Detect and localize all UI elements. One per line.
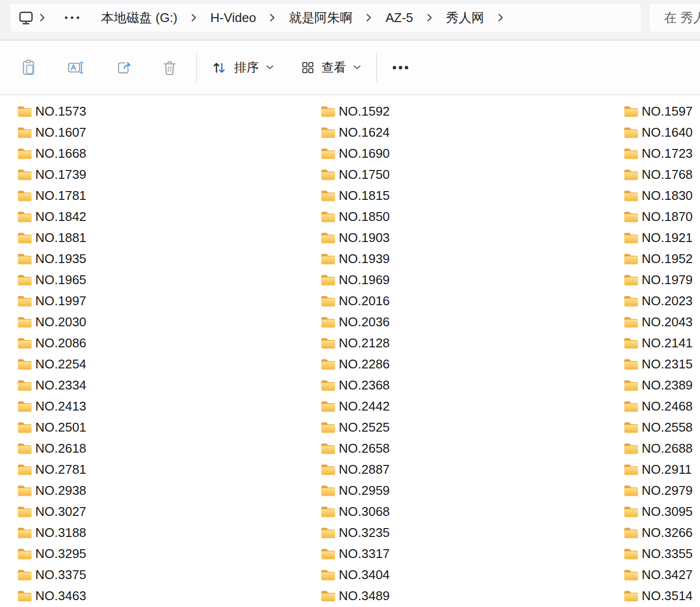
folder-item[interactable]: NO.1815 — [321, 187, 624, 205]
folder-item[interactable]: NO.1597 — [624, 102, 700, 121]
folder-item[interactable]: NO.2036 — [321, 313, 624, 332]
folder-item[interactable]: NO.2468 — [624, 397, 700, 416]
folder-item[interactable]: NO.2128 — [321, 334, 624, 353]
folder-item[interactable]: NO.3404 — [321, 566, 624, 584]
folder-item[interactable]: NO.2959 — [321, 482, 624, 500]
folder-item[interactable]: NO.3266 — [624, 524, 700, 542]
folder-item[interactable]: NO.3027 — [17, 503, 321, 521]
folder-item[interactable]: NO.2315 — [624, 355, 700, 374]
folder-item[interactable]: NO.3295 — [17, 545, 321, 563]
sort-button[interactable]: 排序 — [207, 52, 279, 83]
search-box[interactable] — [649, 3, 700, 32]
folder-item[interactable]: NO.1881 — [17, 229, 321, 247]
address-bar[interactable]: 本地磁盘 (G:) H-Video 就是阿朱啊 AZ-5 秀人网 — [10, 3, 642, 32]
folder-item[interactable]: NO.1850 — [321, 208, 624, 226]
breadcrumb-item[interactable]: 就是阿朱啊 — [281, 6, 360, 29]
folder-item[interactable]: NO.2938 — [17, 482, 321, 500]
folder-icon — [321, 316, 336, 328]
folder-icon — [624, 400, 639, 413]
folder-icon — [624, 548, 639, 560]
folder-item[interactable]: NO.3375 — [17, 566, 321, 584]
folder-item[interactable]: NO.2043 — [624, 313, 700, 332]
folder-icon — [17, 590, 32, 602]
folder-icon — [321, 548, 336, 560]
share-button[interactable] — [110, 53, 138, 82]
folder-item[interactable]: NO.2030 — [17, 313, 321, 332]
rename-button[interactable] — [62, 53, 90, 82]
folder-item[interactable]: NO.1979 — [624, 271, 700, 290]
folder-item[interactable]: NO.1939 — [321, 250, 624, 268]
view-button[interactable]: 查看 — [296, 52, 366, 83]
folder-item[interactable]: NO.1842 — [17, 208, 321, 226]
folder-item[interactable]: NO.1607 — [17, 123, 321, 142]
folder-icon — [624, 253, 639, 265]
breadcrumb-root-this-pc[interactable] — [18, 6, 34, 29]
folder-item[interactable]: NO.2688 — [624, 439, 700, 458]
folder-item[interactable]: NO.2023 — [624, 292, 700, 311]
folder-item[interactable]: NO.3188 — [17, 524, 321, 542]
folder-item[interactable]: NO.1592 — [321, 102, 624, 121]
folder-item[interactable]: NO.3068 — [321, 503, 624, 521]
folder-item[interactable]: NO.2979 — [624, 482, 700, 500]
folder-item[interactable]: NO.1921 — [624, 229, 700, 247]
search-input[interactable] — [664, 10, 700, 25]
folder-icon — [624, 485, 639, 497]
folder-item[interactable]: NO.1624 — [321, 123, 624, 142]
folder-item[interactable]: NO.1781 — [17, 187, 321, 205]
folder-item[interactable]: NO.2618 — [17, 439, 321, 458]
folder-item[interactable]: NO.1723 — [624, 145, 700, 163]
folder-item[interactable]: NO.2286 — [321, 355, 624, 374]
folder-icon — [321, 400, 336, 413]
folder-item[interactable]: NO.2525 — [321, 418, 624, 437]
folder-item[interactable]: NO.2389 — [624, 376, 700, 395]
folder-item[interactable]: NO.3355 — [624, 545, 700, 563]
folder-item[interactable]: NO.1935 — [17, 250, 321, 268]
folder-item[interactable]: NO.1750 — [321, 166, 624, 184]
folder-item[interactable]: NO.1997 — [17, 292, 321, 311]
folder-item[interactable]: NO.2016 — [321, 292, 624, 311]
folder-item[interactable]: NO.2086 — [17, 334, 321, 353]
folder-item[interactable]: NO.2887 — [321, 461, 624, 479]
folder-item[interactable]: NO.1739 — [17, 166, 321, 184]
folder-icon — [17, 400, 32, 413]
breadcrumb-overflow-button[interactable] — [51, 6, 93, 29]
folder-item[interactable]: NO.3235 — [321, 524, 624, 542]
folder-item[interactable]: NO.1870 — [624, 208, 700, 226]
folder-item[interactable]: NO.1965 — [17, 271, 321, 290]
folder-item[interactable]: NO.3427 — [624, 566, 700, 584]
folder-item[interactable]: NO.2442 — [321, 397, 624, 416]
folder-item[interactable]: NO.1573 — [17, 102, 321, 121]
folder-item[interactable]: NO.1668 — [17, 145, 321, 163]
delete-button[interactable] — [155, 53, 184, 82]
folder-item[interactable]: NO.3514 — [624, 587, 700, 606]
breadcrumb-item[interactable]: 秀人网 — [438, 6, 492, 29]
folder-item[interactable]: NO.1903 — [321, 229, 624, 247]
folder-item[interactable]: NO.1640 — [624, 123, 700, 142]
folder-name: NO.2036 — [339, 315, 390, 330]
more-options-button[interactable] — [386, 53, 415, 82]
folder-item[interactable]: NO.1952 — [624, 250, 700, 268]
folder-item[interactable]: NO.1830 — [624, 187, 700, 205]
folder-item[interactable]: NO.3317 — [321, 545, 624, 563]
folder-name: NO.2334 — [35, 378, 86, 393]
folder-item[interactable]: NO.2781 — [17, 461, 321, 479]
folder-item[interactable]: NO.2141 — [624, 334, 700, 353]
paste-button[interactable] — [15, 53, 43, 82]
breadcrumb-item[interactable]: AZ-5 — [377, 6, 421, 29]
folder-item[interactable]: NO.3463 — [17, 587, 321, 606]
folder-item[interactable]: NO.2658 — [321, 439, 624, 458]
folder-item[interactable]: NO.2368 — [321, 376, 624, 395]
folder-item[interactable]: NO.2558 — [624, 418, 700, 437]
folder-item[interactable]: NO.1969 — [321, 271, 624, 290]
folder-item[interactable]: NO.1690 — [321, 145, 624, 163]
folder-item[interactable]: NO.2334 — [17, 376, 321, 395]
folder-item[interactable]: NO.3489 — [321, 587, 624, 606]
folder-item[interactable]: NO.2413 — [17, 397, 321, 416]
folder-item[interactable]: NO.3095 — [624, 503, 700, 521]
folder-item[interactable]: NO.1768 — [624, 166, 700, 184]
folder-item[interactable]: NO.2254 — [17, 355, 321, 374]
folder-item[interactable]: NO.2501 — [17, 418, 321, 437]
breadcrumb-item[interactable]: H-Video — [202, 6, 264, 29]
folder-item[interactable]: NO.2911 — [624, 461, 700, 479]
breadcrumb-item[interactable]: 本地磁盘 (G:) — [93, 6, 185, 29]
